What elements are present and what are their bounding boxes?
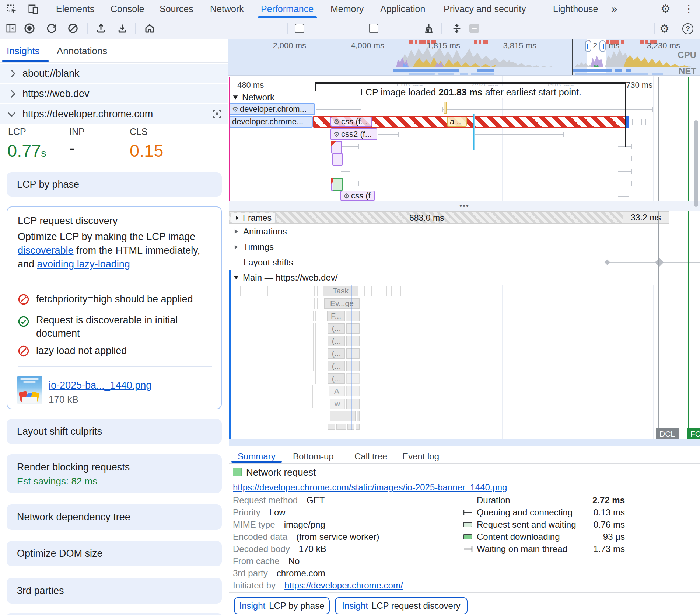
session-row-web-dev[interactable]: https://web.dev	[0, 84, 228, 103]
task-sliver[interactable]	[317, 286, 318, 296]
card-optimize-dom-size[interactable]: Optimize DOM size	[7, 541, 222, 566]
network-request-row[interactable]: developer.chrome...	[229, 116, 313, 128]
live-metrics-home-icon[interactable]	[144, 22, 155, 34]
tab-sources[interactable]: Sources	[160, 0, 193, 18]
flame-anon[interactable]: (...	[328, 336, 345, 346]
fcp-badge[interactable]: FC	[687, 428, 700, 439]
flame-task[interactable]: Task	[323, 286, 358, 296]
record-icon[interactable]	[24, 22, 35, 34]
tab-network[interactable]: Network	[210, 0, 244, 18]
vertical-scrollbar-thumb[interactable]	[694, 120, 698, 207]
flame-a[interactable]: A	[329, 386, 345, 396]
timings-track[interactable]: Timings	[229, 239, 700, 255]
summary-tab-call-tree[interactable]: Call tree	[354, 451, 387, 462]
tab-privacy-security[interactable]: Privacy and security	[444, 0, 526, 18]
initiator-link[interactable]: https://developer.chrome.com/	[284, 580, 403, 591]
main-flame-chart[interactable]: Task Ev...ge F... (... (... (... (... (.…	[229, 285, 700, 430]
task-sliver[interactable]	[317, 298, 318, 309]
network-request-box[interactable]: ⚙css (f	[340, 191, 375, 201]
flame-box[interactable]	[346, 399, 360, 409]
summary-tab-event-log[interactable]: Event log	[402, 451, 439, 462]
task-sliver[interactable]	[314, 286, 315, 296]
flame-anon[interactable]	[346, 361, 360, 371]
flame-box[interactable]	[328, 424, 335, 430]
network-request-box[interactable]	[333, 178, 343, 191]
task-sliver[interactable]	[313, 323, 314, 371]
task-sliver[interactable]	[267, 286, 268, 296]
flame-anon[interactable]	[346, 323, 360, 334]
flame-box[interactable]	[357, 411, 360, 421]
task-sliver[interactable]	[364, 286, 365, 296]
screenshots-checkbox[interactable]	[295, 24, 304, 33]
summary-tab-bottom-up[interactable]: Bottom-up	[293, 451, 334, 462]
request-url-link[interactable]: https://developer.chrome.com/static/imag…	[233, 482, 507, 493]
flame-anon[interactable]: (...	[328, 348, 345, 359]
avoid-lazy-loading-link[interactable]: avoiding lazy-loading	[37, 258, 130, 270]
dcl-badge[interactable]: DCL	[656, 428, 679, 439]
task-sliver[interactable]	[315, 323, 316, 384]
kebab-menu-icon[interactable]: ⋮	[684, 3, 694, 15]
tab-performance[interactable]: Performance	[261, 0, 314, 18]
load-profile-icon[interactable]	[95, 22, 107, 34]
flame-event[interactable]: Ev...ge	[324, 298, 360, 309]
card-third-parties[interactable]: 3rd parties	[7, 578, 222, 604]
toggle-sidebar-icon[interactable]	[5, 22, 17, 34]
card-render-blocking-requests[interactable]: Render blocking requests Est savings: 82…	[7, 454, 222, 493]
flame-anon[interactable]	[346, 336, 360, 346]
memory-checkbox[interactable]	[369, 24, 378, 33]
tab-lighthouse[interactable]: Lighthouse	[553, 0, 598, 18]
sidebar-tab-annotations[interactable]: Annotations	[57, 45, 107, 57]
flame-fn[interactable]	[346, 311, 360, 321]
discoverable-link[interactable]: discoverable	[18, 245, 74, 256]
task-sliver[interactable]	[240, 286, 241, 296]
task-sliver[interactable]	[313, 311, 314, 321]
help-icon[interactable]: ?	[682, 23, 693, 34]
device-toolbar-icon[interactable]	[27, 3, 39, 15]
css-request-box[interactable]: ⚙css (f...	[330, 117, 372, 127]
timeline-minimap[interactable]: 2,000 ms 4,000 ms 1,815 ms 3,815 ms 2 ms…	[228, 39, 700, 76]
partial-frame-box[interactable]: 33.2 ms	[623, 211, 669, 224]
collect-garbage-icon[interactable]	[423, 22, 435, 34]
task-sliver[interactable]	[312, 385, 313, 408]
flame-w[interactable]: w	[330, 399, 345, 409]
network-request-row[interactable]: ⚙developer.chrom...	[229, 103, 315, 115]
panel-settings-gear-icon[interactable]: ⚙	[659, 22, 669, 35]
focus-page-icon[interactable]	[211, 108, 223, 119]
flame-box[interactable]	[336, 424, 346, 430]
animations-track[interactable]: Animations	[229, 224, 700, 240]
flame-box[interactable]	[356, 424, 360, 430]
lcp-image-link[interactable]: io-2025-ba..._1440.png	[49, 380, 151, 391]
insight-lcp-request-discovery-button[interactable]: Insight LCP request discovery	[335, 597, 468, 614]
dim-third-parties-checkbox[interactable]	[469, 24, 479, 33]
save-profile-icon[interactable]	[116, 22, 128, 34]
shortcuts-compress-icon[interactable]	[451, 22, 463, 34]
more-tabs-icon[interactable]: »	[611, 0, 617, 18]
task-sliver[interactable]	[400, 286, 401, 296]
record-and-reload-icon[interactable]	[46, 22, 57, 34]
session-row-about-blank[interactable]: about://blank	[0, 64, 228, 83]
task-sliver[interactable]	[314, 298, 315, 309]
network-request-box[interactable]	[332, 153, 343, 166]
tab-console[interactable]: Console	[111, 0, 144, 18]
card-lcp-request-discovery[interactable]: LCP request discovery Optimize LCP by ma…	[7, 206, 222, 409]
track-resize-divider[interactable]: •••	[229, 201, 700, 211]
task-sliver[interactable]	[371, 286, 372, 296]
session-row-developer-chrome[interactable]: https://developer.chrome.com	[0, 104, 228, 124]
tab-application[interactable]: Application	[380, 0, 425, 18]
font-request-box[interactable]: a ..	[447, 117, 467, 127]
flame-anon[interactable]: (...	[328, 373, 345, 384]
network-request-box[interactable]	[331, 141, 342, 153]
tab-memory[interactable]: Memory	[330, 0, 364, 18]
settings-gear-icon[interactable]: ⚙	[661, 2, 671, 15]
inspect-icon[interactable]	[6, 3, 18, 15]
flame-anon[interactable]: (...	[328, 361, 345, 371]
minimap-right-handle[interactable]	[599, 40, 606, 52]
flame-anon[interactable]	[346, 373, 360, 384]
insight-lcp-by-phase-button[interactable]: Insight LCP by phase	[234, 597, 330, 614]
flame-anon[interactable]: (...	[328, 323, 345, 334]
card-network-dependency-tree[interactable]: Network dependency tree	[7, 504, 222, 530]
sidebar-tab-insights[interactable]: Insights	[7, 45, 40, 57]
task-sliver[interactable]	[391, 286, 392, 296]
network-request-row[interactable]: ⚙css2 (f...	[330, 128, 377, 140]
flame-fn[interactable]: F...	[327, 311, 345, 321]
